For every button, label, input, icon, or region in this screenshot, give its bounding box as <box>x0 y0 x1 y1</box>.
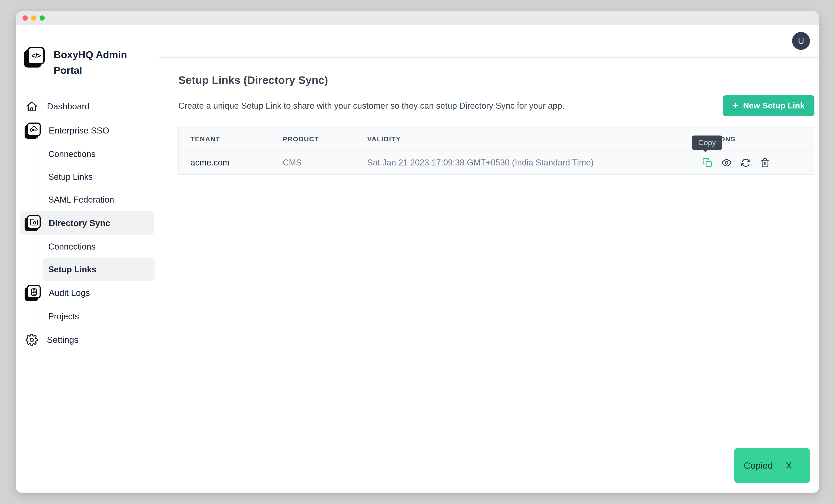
column-header-validity: VALIDITY <box>367 135 702 143</box>
trash-icon[interactable] <box>760 158 770 168</box>
sidebar-item-enterprise-sso[interactable]: Enterprise SSO <box>16 119 159 143</box>
sidebar-item-dsync-connections[interactable]: Connections <box>38 235 159 258</box>
window-titlebar <box>16 12 819 25</box>
setup-links-table: TENANT PRODUCT VALIDITY ACTIONS acme.com… <box>178 127 814 175</box>
topbar: U <box>159 25 819 58</box>
sidebar-item-label: Directory Sync <box>49 218 110 228</box>
sidebar-nav: Dashboard Enterprise SSO <box>16 94 159 352</box>
sidebar-item-label: Dashboard <box>47 102 89 112</box>
close-window-button[interactable] <box>23 16 28 21</box>
refresh-icon[interactable] <box>741 158 751 168</box>
cell-product: CMS <box>283 158 367 167</box>
sidebar-item-label: Audit Logs <box>49 288 90 298</box>
minimize-window-button[interactable] <box>31 16 36 21</box>
sidebar-item-sso-connections[interactable]: Connections <box>38 143 159 165</box>
sidebar-item-label: Connections <box>48 149 96 159</box>
sidebar-item-label: Settings <box>47 335 78 345</box>
page-content: Setup Links (Directory Sync) Create a un… <box>159 58 819 175</box>
close-icon[interactable]: X <box>786 461 792 470</box>
column-header-tenant: TENANT <box>179 135 283 143</box>
sidebar-item-label: Setup Links <box>48 172 93 182</box>
column-header-product: PRODUCT <box>283 135 367 143</box>
sidebar-item-directory-sync[interactable]: Directory Sync <box>20 211 154 235</box>
sidebar: </> BoxyHQ Admin Portal Dashboard <box>16 25 159 492</box>
page-title: Setup Links (Directory Sync) <box>178 74 814 86</box>
new-setup-link-button[interactable]: + New Setup Link <box>723 95 814 116</box>
sidebar-item-label: SAML Federation <box>48 195 114 205</box>
copy-icon[interactable] <box>702 158 713 168</box>
sidebar-item-dsync-setup-links[interactable]: Setup Links <box>43 258 155 281</box>
enterprise-sso-sublist: Connections Setup Links SAML Federation <box>38 143 159 211</box>
sidebar-item-label: Connections <box>48 242 96 251</box>
cloud-key-icon <box>25 123 41 139</box>
sidebar-item-sso-setup-links[interactable]: Setup Links <box>38 165 159 188</box>
main-area: U Setup Links (Directory Sync) Create a … <box>159 25 819 492</box>
sidebar-item-label: Enterprise SSO <box>49 126 109 136</box>
sidebar-item-settings[interactable]: Settings <box>16 328 159 352</box>
row-actions <box>702 158 814 168</box>
eye-icon[interactable] <box>721 158 732 168</box>
sidebar-item-dashboard[interactable]: Dashboard <box>16 94 159 119</box>
plus-icon: + <box>733 100 739 110</box>
table-row: acme.com CMS Sat Jan 21 2023 17:09:38 GM… <box>179 150 814 175</box>
folder-sync-icon <box>25 215 41 231</box>
home-icon <box>25 99 39 114</box>
gear-icon <box>25 333 39 347</box>
app-window: </> BoxyHQ Admin Portal Dashboard <box>16 12 819 492</box>
page-description: Create a unique Setup Link to share with… <box>178 101 565 111</box>
copy-tooltip: Copy <box>692 136 722 150</box>
sidebar-item-audit-logs[interactable]: Audit Logs <box>16 281 159 305</box>
sidebar-item-saml-federation[interactable]: SAML Federation <box>38 188 159 211</box>
app-title: BoxyHQ Admin Portal <box>54 47 127 78</box>
cell-tenant: acme.com <box>179 158 283 167</box>
sidebar-item-projects[interactable]: Projects <box>38 305 159 328</box>
app-logo: </> BoxyHQ Admin Portal <box>16 47 159 78</box>
sidebar-item-label: Setup Links <box>48 265 96 274</box>
new-setup-link-label: New Setup Link <box>743 101 805 110</box>
zoom-window-button[interactable] <box>40 16 45 21</box>
cell-validity: Sat Jan 21 2023 17:09:38 GMT+0530 (India… <box>367 158 702 167</box>
audit-logs-sublist: Projects <box>38 305 159 328</box>
copied-toast: Copied X <box>734 448 810 483</box>
toast-message: Copied <box>744 460 773 471</box>
sidebar-item-label: Projects <box>48 312 79 321</box>
clipboard-icon <box>25 285 41 301</box>
directory-sync-sublist: Connections Setup Links <box>38 235 159 281</box>
boxyhq-logo-icon: </> <box>24 47 45 68</box>
code-icon: </> <box>31 52 41 60</box>
app-body: </> BoxyHQ Admin Portal Dashboard <box>16 25 819 492</box>
copy-tooltip-label: Copy <box>698 138 716 147</box>
avatar[interactable]: U <box>792 32 810 50</box>
